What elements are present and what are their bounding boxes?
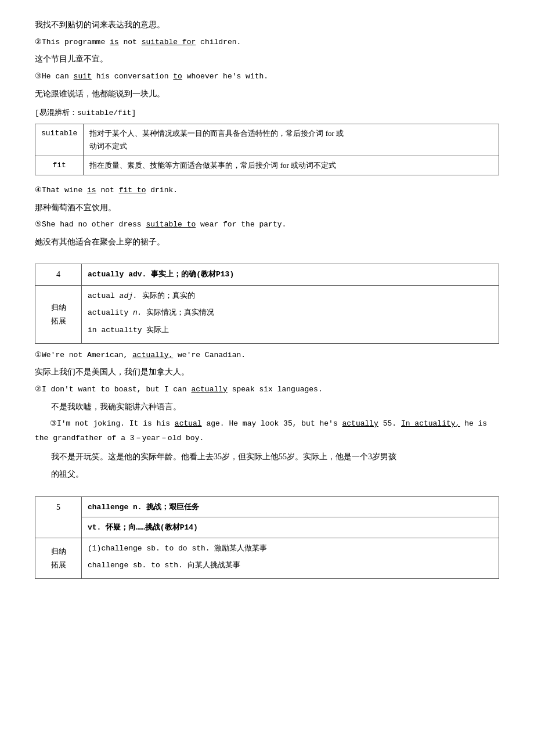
vocab4-ex1-en: ①We're not American, actually, we're Can… [35, 348, 499, 363]
underline-actually1: actually, [132, 351, 173, 359]
vocab4-table: 4 actually adv. 事实上；的确(教材P13) 归纳拓展 actua… [35, 264, 499, 343]
vocab4-ex2-cn: 不是我吹嘘，我确实能讲六种语言。 [35, 399, 499, 415]
underline-fit-to: fit to [119, 186, 146, 195]
vocab5-header2: vt. 怀疑；向……挑战(教材P14) [82, 517, 499, 538]
expand-actual: actual adj. 实际的；真实的 [88, 289, 493, 304]
vocab4-ex3-en: ③I'm not joking. It is his actual age. H… [35, 417, 499, 445]
line-example4: ④That wine is not fit to drink. [35, 183, 499, 198]
line-example5-cn: 她没有其他适合在聚会上穿的裙子。 [35, 235, 499, 250]
line-example5: ⑤She had no other dress suitable to wear… [35, 218, 499, 232]
vocab5-table: 5 challenge n. 挑战；艰巨任务 vt. 怀疑；向……挑战(教材P1… [35, 496, 499, 579]
underline-actual: actual [175, 419, 202, 428]
word-fit: fit [35, 156, 84, 175]
vocab4-ex2-en: ②I don't want to boast, but I can actual… [35, 383, 499, 397]
expand-actuality: actuality n. 实际情况；真实情况 [88, 305, 493, 321]
underline-to: to [173, 72, 182, 81]
expand-challenge2: challenge sb. to sth. 向某人挑战某事 [88, 558, 493, 573]
desc-suitable: 指对于某个人、某种情况或某一目的而言具备合适特性的，常后接介词 for 或动词不… [84, 124, 499, 156]
vocab4-header: actually adv. 事实上；的确(教材P13) [82, 264, 499, 285]
word-suitable: suitable [35, 124, 84, 156]
underline-in-actuality: In actuality, [401, 419, 460, 428]
bracket-label: [易混辨析：suitable/fit] [35, 106, 499, 120]
underline-actually2: actually [191, 385, 227, 394]
expand-in-actuality: in actuality 实际上 [88, 323, 493, 338]
line-example2: ②This programme is not suitable for chil… [35, 35, 499, 50]
vocab4-label: 归纳拓展 [35, 285, 82, 343]
vocab4-ex3-cn2: 的祖父。 [35, 467, 499, 483]
vocab5-label: 归纳拓展 [35, 538, 82, 578]
expand-challenge1: (1)challenge sb. to do sth. 激励某人做某事 [88, 541, 493, 556]
vocab4-ex3-cn: 我不是开玩笑。这是他的实际年龄。他看上去35岁，但实际上他55岁。实际上，他是一… [35, 449, 499, 465]
vocab4-header-row: 4 actually adv. 事实上；的确(教材P13) [35, 264, 499, 285]
vocab4-expand-content: actual adj. 实际的；真实的 actuality n. 实际情况；真实… [82, 285, 499, 343]
vocab5-expand-row: 归纳拓展 (1)challenge sb. to do sth. 激励某人做某事… [35, 538, 499, 578]
vocab5-expand-content: (1)challenge sb. to do sth. 激励某人做某事 chal… [82, 538, 499, 578]
line-example3: ③He can suit his conversation to whoever… [35, 70, 499, 84]
vocab5-header1: challenge n. 挑战；艰巨任务 [82, 496, 499, 517]
underline-suit: suit [74, 72, 92, 81]
vocab5-header-row: 5 challenge n. 挑战；艰巨任务 [35, 496, 499, 517]
table-row-fit: fit 指在质量、素质、技能等方面适合做某事的，常后接介词 for 或动词不定式 [35, 156, 499, 175]
vocab4-num: 4 [35, 264, 82, 285]
line-example2-cn: 这个节目儿童不宜。 [35, 52, 499, 67]
desc-fit: 指在质量、素质、技能等方面适合做某事的，常后接介词 for 或动词不定式 [84, 156, 499, 175]
vocab5-header-row2: vt. 怀疑；向……挑战(教材P14) [35, 517, 499, 538]
table-row-suitable: suitable 指对于某个人、某种情况或某一目的而言具备合适特性的，常后接介词… [35, 124, 499, 156]
underline-suitable-for: suitable for [142, 38, 196, 46]
underline-actually3: actually [342, 419, 378, 428]
underline-is2: is [87, 186, 96, 195]
underline-suitable-to: suitable to [146, 220, 196, 229]
line-example3-cn: 无论跟谁说话，他都能说到一块儿。 [35, 87, 499, 102]
vocab5-num: 5 [35, 496, 82, 538]
line-intro-cn: 我找不到贴切的词来表达我的意思。 [35, 17, 499, 33]
suitable-fit-table: suitable 指对于某个人、某种情况或某一目的而言具备合适特性的，常后接介词… [35, 124, 499, 175]
vocab4-expand-row: 归纳拓展 actual adj. 实际的；真实的 actuality n. 实际… [35, 285, 499, 343]
line-example4-cn: 那种葡萄酒不宜饮用。 [35, 200, 499, 216]
vocab4-ex1-cn: 实际上我们不是美国人，我们是加拿大人。 [35, 365, 499, 380]
underline-is: is [110, 38, 119, 46]
